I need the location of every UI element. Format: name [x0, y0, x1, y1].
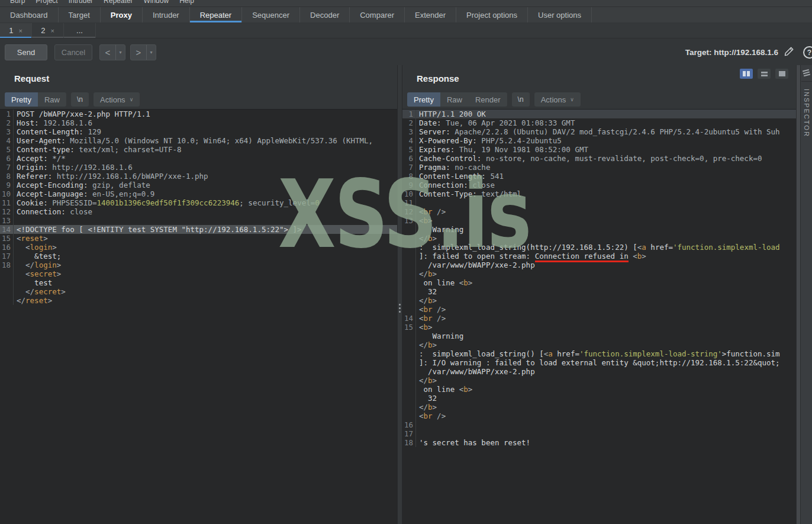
- pane-divider[interactable]: [397, 65, 402, 524]
- code-segment: <: [419, 412, 424, 420]
- code-text: <br />: [419, 412, 446, 420]
- code-text: Connection: close: [419, 181, 495, 189]
- target-label: Target: http://192.168.1.6: [685, 48, 778, 57]
- line-number: 5: [402, 145, 416, 154]
- close-icon[interactable]: ×: [18, 27, 22, 34]
- request-header: Request: [0, 65, 397, 90]
- code-text: <br />: [419, 305, 446, 314]
- tab-user-options[interactable]: User options: [528, 7, 592, 22]
- code-line: 1POST /bWAPP/xxe-2.php HTTP/1.1: [0, 110, 397, 118]
- repeater-tab-1[interactable]: 1×: [0, 23, 32, 38]
- prev-request-button[interactable]: <: [100, 45, 115, 60]
- response-editor[interactable]: 1HTTP/1.1 200 OK2Date: Tue, 06 Apr 2021 …: [402, 109, 796, 524]
- line-number: [402, 243, 416, 252]
- response-view-pretty[interactable]: Pretty: [407, 92, 440, 107]
- code-text: <br />: [419, 314, 446, 323]
- edit-target-icon[interactable]: [784, 46, 794, 59]
- tab-comparer[interactable]: Comparer: [350, 7, 405, 22]
- code-segment: <: [419, 314, 424, 323]
- response-newline-toggle[interactable]: \n: [512, 92, 530, 107]
- inspector-toggle-icon[interactable]: [803, 69, 810, 77]
- code-text: </b>: [419, 269, 437, 278]
- tab-project-options[interactable]: Project options: [456, 7, 528, 22]
- request-newline-toggle[interactable]: \n: [71, 92, 89, 107]
- response-view-render[interactable]: Render: [469, 92, 507, 107]
- code-segment: br: [424, 305, 433, 314]
- layout-rows-button-glyph: [761, 72, 768, 73]
- tab-decoder[interactable]: Decoder: [300, 7, 350, 22]
- request-view-raw[interactable]: Raw: [38, 92, 66, 107]
- code-segment: 32: [419, 287, 437, 296]
- code-segment: <: [419, 305, 424, 314]
- response-panel: Response PrettyRawRender\nActions∨ 1HTTP…: [402, 65, 796, 524]
- menu-help[interactable]: Help: [174, 0, 199, 2]
- code-segment: http://192.168.1.6: [48, 163, 133, 172]
- menu-intruder[interactable]: Intruder: [63, 0, 98, 2]
- response-actions-button[interactable]: Actions∨: [534, 92, 581, 107]
- menu-window[interactable]: Window: [138, 0, 174, 2]
- code-text: Content-type: text/xml; charset=UTF-8: [17, 145, 181, 154]
- help-icon[interactable]: ?: [803, 46, 812, 59]
- code-segment: 32: [419, 394, 437, 403]
- layout-rows-button[interactable]: [758, 69, 771, 79]
- layout-columns-button[interactable]: [740, 69, 753, 79]
- line-number: 1: [0, 110, 14, 118]
- code-segment: text/xml; charset=UTF-8: [75, 145, 182, 154]
- next-request-button[interactable]: >: [131, 45, 146, 60]
- response-scrollbar[interactable]: [796, 65, 800, 524]
- close-icon[interactable]: ×: [50, 27, 54, 34]
- prev-request-group: < ▾: [99, 44, 125, 60]
- code-text: : simplexml_load_string() [<a href='func…: [419, 349, 780, 358]
- line-number: [402, 349, 416, 358]
- code-text: Server: Apache/2.2.8 (Ubuntu) DAV/2 mod_…: [419, 127, 780, 136]
- line-number: 6: [402, 154, 416, 163]
- code-segment: b: [428, 403, 433, 412]
- tab-target[interactable]: Target: [59, 7, 101, 22]
- request-view-pretty[interactable]: Pretty: [5, 92, 38, 107]
- code-segment: b: [463, 385, 468, 394]
- code-text: Referer: http://192.168.1.6/bWAPP/xxe-1.…: [17, 172, 208, 181]
- prev-request-dropdown[interactable]: ▾: [115, 45, 125, 60]
- cancel-button[interactable]: Cancel: [54, 44, 92, 60]
- tab-proxy[interactable]: Proxy: [101, 7, 143, 22]
- send-button[interactable]: Send: [5, 44, 47, 60]
- response-view-raw[interactable]: Raw: [440, 92, 469, 107]
- menu-repeater[interactable]: Repeater: [98, 0, 138, 2]
- code-segment: >function.sim: [722, 349, 780, 358]
- code-segment: Host:: [17, 118, 39, 127]
- layout-columns-button-glyph: [743, 71, 746, 76]
- code-segment: >: [433, 296, 437, 305]
- next-request-dropdown[interactable]: ▾: [146, 45, 156, 60]
- code-segment: Referer:: [17, 172, 52, 181]
- line-number: 12: [0, 207, 14, 216]
- menu-project[interactable]: Project: [30, 0, 63, 2]
- repeater-tab-2[interactable]: 2×: [32, 23, 64, 38]
- code-line: 12<br />: [402, 207, 796, 216]
- menu-burp[interactable]: Burp: [5, 0, 30, 2]
- code-text: Warning: [419, 225, 463, 234]
- code-segment: >: [57, 261, 62, 269]
- code-line: 6Cache-Control: no-store, no-cache, must…: [402, 154, 796, 163]
- inspector-label[interactable]: INSPECTOR: [803, 89, 810, 137]
- line-number: 7: [402, 163, 416, 172]
- tab-extender[interactable]: Extender: [405, 7, 456, 22]
- code-segment: >: [428, 216, 433, 225]
- tab-dashboard[interactable]: Dashboard: [0, 7, 59, 22]
- layout-single-button[interactable]: [775, 69, 788, 79]
- code-segment: >: [57, 269, 62, 278]
- code-line: 18 </login>: [0, 261, 397, 269]
- request-editor[interactable]: 1POST /bWAPP/xxe-2.php HTTP/1.12Host: 19…: [0, 109, 397, 524]
- code-segment: HTTP/1.1 200 OK: [419, 110, 486, 118]
- code-segment: ]: I/O warning : failed to load external…: [419, 358, 780, 367]
- code-line: 18's secret has been reset!: [402, 438, 796, 447]
- code-segment: b: [424, 216, 428, 225]
- tab-repeater[interactable]: Repeater: [190, 7, 242, 22]
- request-actions-button[interactable]: Actions∨: [94, 92, 140, 107]
- code-segment: reset: [21, 234, 44, 243]
- tab-sequencer[interactable]: Sequencer: [242, 7, 300, 22]
- tab-intruder[interactable]: Intruder: [143, 7, 190, 22]
- line-number: 18: [402, 438, 416, 447]
- code-line: </b>: [402, 296, 796, 305]
- code-segment: />: [433, 412, 446, 420]
- repeater-tab-dots[interactable]: ...: [64, 23, 96, 38]
